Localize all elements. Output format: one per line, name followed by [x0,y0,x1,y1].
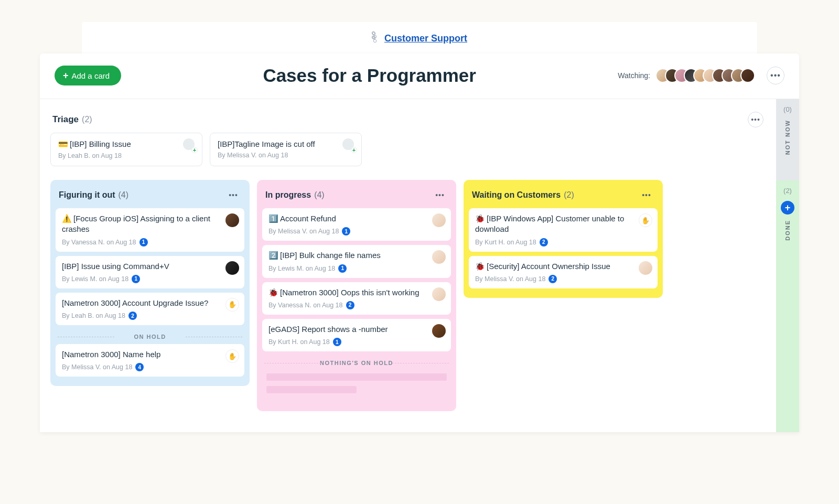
plus-icon: + [191,147,198,153]
card-icon: 🐞 [268,287,278,298]
card[interactable]: 🐞[Security] Account Ownership IssueBy Me… [469,256,658,288]
column-pink: In progress(4)•••1️⃣Account RefundBy Mel… [257,180,456,411]
column-count: (4) [119,190,129,200]
add-card-button[interactable]: + Add a card [55,66,121,85]
comment-badge: 2 [540,238,548,246]
column-count: (4) [314,190,325,200]
side-rails: (0) NOT NOW (2) + DONE [776,99,799,432]
card-title: 1️⃣Account Refund [268,213,445,224]
column-more-button[interactable]: ••• [432,187,448,203]
comment-badge: 4 [135,363,144,371]
card-title: [Nametron 3000] Name help [62,349,238,360]
card-title: ⚠️[Focus Group iOS] Assigning to a clien… [62,213,238,235]
avatar[interactable] [740,68,755,83]
rail-not-now-count: (0) [783,105,792,113]
card-byline: By Melissa V. on Aug 18 1 [268,227,445,235]
on-hold-divider: NOTHING'S ON HOLD [262,356,451,370]
watchers-avatars[interactable] [655,68,755,83]
triage-count: (2) [82,115,92,124]
column-title: Figuring it out [59,190,115,200]
rail-done[interactable]: (2) + DONE [776,180,799,432]
card-byline: By Lewis M. on Aug 18 1 [268,264,445,273]
card-title: 🐞[Security] Account Ownership Issue [475,261,651,272]
card[interactable]: ⚠️[Focus Group iOS] Assigning to a clien… [56,208,244,252]
card-icon: 🐞 [475,261,485,272]
card-title: [IBP]Tagline Image is cut off [218,140,354,148]
column-title: Waiting on Customers [472,190,561,200]
plus-icon: + [351,147,357,153]
add-assignee-button[interactable]: + [183,138,197,152]
column-more-button[interactable]: ••• [225,187,241,203]
card-byline: By Melissa V. on Aug 18 4 [62,363,238,371]
on-hold-divider: ON HOLD [56,329,244,344]
card[interactable]: [eGADS] Report shows a -numberBy Kurt H.… [262,319,451,351]
assignee-avatar[interactable] [432,213,446,227]
card[interactable]: [Nametron 3000] Account Upgrade Issue?By… [56,293,244,325]
assignee-avatar[interactable] [639,261,652,275]
breadcrumb-link[interactable]: Customer Support [384,33,467,44]
comment-badge: 1 [139,238,148,246]
board-title: Cases for a Programmer [121,65,618,86]
comment-badge: 2 [346,301,354,309]
rail-done-add-button[interactable]: + [781,201,794,215]
assignee-avatar[interactable]: ✋ [639,213,652,227]
board: + Add a card Cases for a Programmer Watc… [40,53,799,432]
assignee-avatar[interactable]: ✋ [225,349,239,363]
card-icon: ⚠️ [62,213,71,224]
card[interactable]: [IBP] Issue using Command+VBy Lewis M. o… [56,256,244,288]
comment-badge: 1 [333,338,341,346]
rail-done-label: DONE [784,220,791,241]
assignee-avatar[interactable]: ✋ [225,298,239,312]
triage-title: Triage [52,114,79,125]
card-icon: 💳 [58,140,68,149]
rail-done-count: (2) [783,187,792,195]
card-byline: By Melissa V. on Aug 18 [218,152,354,159]
comment-badge: 2 [128,312,137,320]
card-byline: By Leah B. on Aug 18 2 [62,312,238,320]
comment-badge: 1 [338,264,347,273]
card-icon: 2️⃣ [268,250,278,261]
add-assignee-button[interactable]: + [342,138,356,152]
card[interactable]: 🐞[Nametron 3000] Oops this isn't working… [262,282,451,315]
comment-badge: 2 [548,275,557,283]
card-title: 💳[IBP] Billing Issue [58,140,195,149]
grid-icon [372,31,380,40]
rail-not-now[interactable]: (0) NOT NOW [776,99,799,180]
watching-section: Watching: ••• [618,67,784,84]
column-yellow: Waiting on Customers(2)•••🐞[IBP Windows … [464,180,663,298]
card-byline: By Melissa V. on Aug 18 2 [475,275,651,283]
comment-badge: 1 [132,275,140,283]
triage-card[interactable]: 💳[IBP] Billing IssueBy Leah B. on Aug 18… [50,133,202,166]
card-icon: 1️⃣ [268,213,278,224]
column-more-button[interactable]: ••• [639,187,654,203]
assignee-avatar[interactable] [225,261,239,275]
card-byline: By Lewis M. on Aug 18 1 [62,275,238,283]
card[interactable]: 🐞[IBP Windows App] Customer unable to do… [469,208,658,252]
plus-icon: + [63,71,69,80]
card-byline: By Kurt H. on Aug 18 1 [268,338,445,346]
column-title: In progress [265,190,311,200]
card-icon: 🐞 [475,213,485,224]
card-byline: By Vanessa N. on Aug 18 2 [268,301,445,309]
placeholder [262,370,451,406]
assignee-avatar[interactable] [432,250,446,264]
assignee-avatar[interactable] [432,324,446,338]
card[interactable]: 1️⃣Account RefundBy Melissa V. on Aug 18… [262,208,451,241]
watching-label: Watching: [618,71,650,80]
card-title: 🐞[Nametron 3000] Oops this isn't working [268,287,445,298]
card-title: [Nametron 3000] Account Upgrade Issue? [62,298,238,308]
card[interactable]: 2️⃣[IBP] Bulk change file namesBy Lewis … [262,245,451,277]
comment-badge: 1 [342,227,350,235]
board-more-button[interactable]: ••• [767,67,784,84]
breadcrumb-bar: Customer Support [82,22,757,53]
assignee-avatar[interactable] [225,213,239,227]
card[interactable]: [Nametron 3000] Name helpBy Melissa V. o… [56,344,244,377]
triage-card[interactable]: [IBP]Tagline Image is cut offBy Melissa … [210,133,362,166]
card-title: [eGADS] Report shows a -number [268,324,445,335]
add-card-label: Add a card [72,71,110,80]
card-byline: By Leah B. on Aug 18 [58,152,195,159]
triage-more-button[interactable]: ••• [748,112,763,127]
column-blue: Figuring it out(4)•••⚠️[Focus Group iOS]… [50,180,250,386]
rail-not-now-label: NOT NOW [784,120,791,155]
assignee-avatar[interactable] [432,287,446,301]
